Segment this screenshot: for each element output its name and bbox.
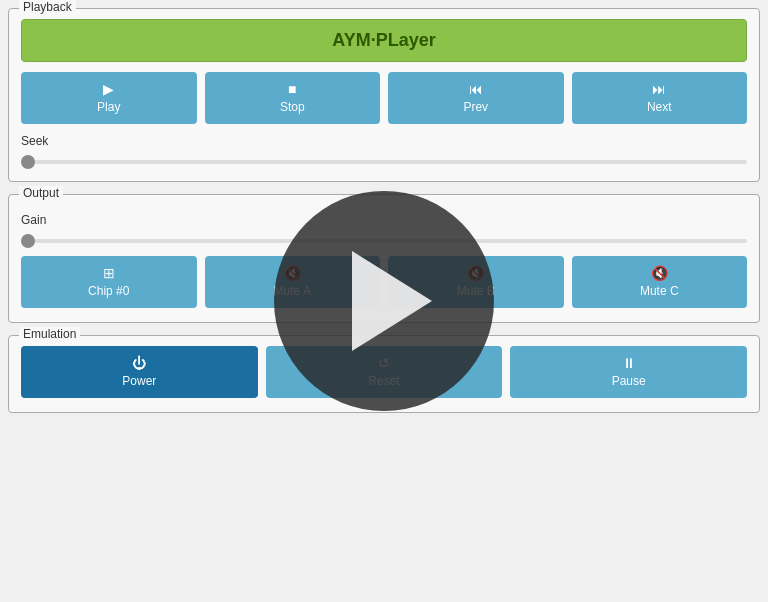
muteA-label: Mute A (274, 284, 311, 298)
power-icon: ⏻ (132, 356, 146, 370)
prev-label: Prev (463, 100, 488, 114)
chip0-label: Chip #0 (88, 284, 129, 298)
prev-icon: ⏮ (469, 82, 483, 96)
emulation-section: Emulation ⏻ Power ↺ Reset ⏸ Pause (8, 335, 760, 413)
reset-icon: ↺ (378, 356, 390, 370)
gain-slider[interactable] (21, 239, 747, 243)
reset-button[interactable]: ↺ Reset (266, 346, 503, 398)
chip-icon: ⊞ (103, 266, 115, 280)
seek-slider[interactable] (21, 160, 747, 164)
output-section: Output Gain ⊞ Chip #0 🔇 Mute A 🔇 Mute B … (8, 194, 760, 323)
power-button[interactable]: ⏻ Power (21, 346, 258, 398)
prev-button[interactable]: ⏮ Prev (388, 72, 564, 124)
muteC-label: Mute C (640, 284, 679, 298)
emulation-buttons: ⏻ Power ↺ Reset ⏸ Pause (21, 346, 747, 398)
pause-icon: ⏸ (622, 356, 636, 370)
playback-section: Playback AYM·PLayer ▶ Play ■ Stop ⏮ Prev… (8, 8, 760, 182)
reset-label: Reset (368, 374, 399, 388)
muteA-icon: 🔇 (284, 266, 301, 280)
seek-section: Seek (21, 134, 747, 167)
muteB-label: Mute B (457, 284, 495, 298)
muteC-icon: 🔇 (651, 266, 668, 280)
emulation-legend: Emulation (19, 327, 80, 341)
next-button[interactable]: ⏭ Next (572, 72, 748, 124)
power-label: Power (122, 374, 156, 388)
playback-legend: Playback (19, 0, 76, 14)
play-label: Play (97, 100, 120, 114)
next-icon: ⏭ (652, 82, 666, 96)
stop-icon: ■ (288, 82, 296, 96)
muteB-button[interactable]: 🔇 Mute B (388, 256, 564, 308)
next-label: Next (647, 100, 672, 114)
pause-button[interactable]: ⏸ Pause (510, 346, 747, 398)
gain-label: Gain (21, 213, 747, 227)
play-icon: ▶ (103, 82, 114, 96)
muteA-button[interactable]: 🔇 Mute A (205, 256, 381, 308)
output-buttons: ⊞ Chip #0 🔇 Mute A 🔇 Mute B 🔇 Mute C (21, 256, 747, 308)
chip0-button[interactable]: ⊞ Chip #0 (21, 256, 197, 308)
gain-section: Gain (21, 213, 747, 246)
stop-label: Stop (280, 100, 305, 114)
muteB-icon: 🔇 (467, 266, 484, 280)
seek-label: Seek (21, 134, 747, 148)
muteC-button[interactable]: 🔇 Mute C (572, 256, 748, 308)
player-title: AYM·PLayer (21, 19, 747, 62)
output-legend: Output (19, 186, 63, 200)
playback-buttons: ▶ Play ■ Stop ⏮ Prev ⏭ Next (21, 72, 747, 124)
pause-label: Pause (612, 374, 646, 388)
stop-button[interactable]: ■ Stop (205, 72, 381, 124)
play-button[interactable]: ▶ Play (21, 72, 197, 124)
